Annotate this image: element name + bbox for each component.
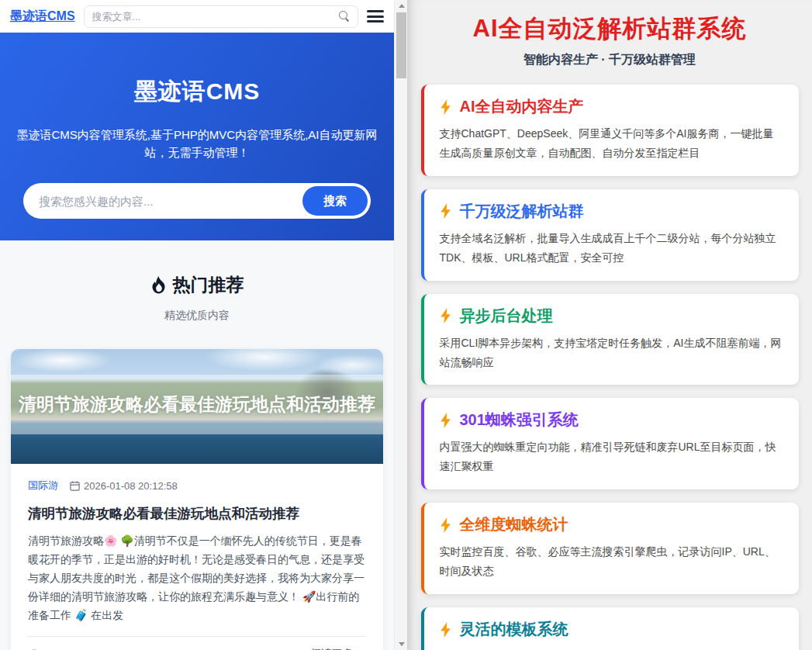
hero-section: 墨迹语CMS 墨迹语CMS内容管理系统,基于PHP的MVC内容管理系统,AI自动… [0,33,394,240]
article-title[interactable]: 清明节旅游攻略必看最佳游玩地点和活动推荐 [28,504,366,523]
feature-card-ai-content: AI全自动内容生产 支持ChatGPT、DeepSeek、阿里通义千问等多个AI… [421,85,799,176]
hero-subtitle: 墨迹语CMS内容管理系统,基于PHP的MVC内容管理系统,AI自动更新网站，无需… [0,126,394,161]
lightning-icon [440,517,451,533]
feature-description: 内置强大的蜘蛛重定向功能，精准引导死链和废弃URL至目标页面，快速汇聚权重 [440,437,783,476]
feature-title: 千万级泛解析站群 [460,201,584,222]
article-excerpt: 清明节旅游攻略🌸 🌳清明节不仅是一个缅怀先人的传统节日，更是春暖花开的季节，正是… [28,531,366,624]
article-cover-image[interactable]: 清明节旅游攻略必看最佳游玩地点和活动推荐 [11,349,383,464]
header-search-input[interactable] [92,11,339,22]
feature-description: 实时监控百度、谷歌、必应等主流搜索引擎爬虫，记录访问IP、URL、时间及状态 [440,542,783,581]
hero-search-input[interactable] [23,195,302,208]
lightning-icon [440,99,451,115]
read-more-link[interactable]: 阅读更多 → [311,647,366,650]
article-category-link[interactable]: 国际游 [28,479,58,493]
lightning-icon [440,622,451,638]
hot-section-header: 热门推荐 精选优质内容 [0,240,394,323]
article-date-row: 2026-01-08 20:12:58 [70,480,178,492]
feature-card-async: 异步后台处理 采用CLI脚本异步架构，支持宝塔定时任务触发，AI生成不阻塞前端，… [421,294,799,386]
article-date: 2026-01-08 20:12:58 [84,480,178,492]
feature-title: 301蜘蛛强引系统 [460,410,579,430]
feature-title: 灵活的模板系统 [460,619,568,640]
feature-card-templates: 灵活的模板系统 基于纯HTML+自定义标签系统，支持多套主题切换，为不同分站指定… [421,607,799,650]
feature-description: 采用CLI脚本异步架构，支持宝塔定时任务触发，AI生成不阻塞前端，网站流畅响应 [440,334,783,372]
calendar-icon [70,481,80,491]
promo-title: AI全自动泛解析站群系统 [407,12,812,45]
site-preview-panel: 墨迹语CMS 墨迹语CMS 墨迹语CMS内容管理系统,基于PHP的MVC内容管理… [0,0,394,650]
feature-title: 全维度蜘蛛统计 [460,514,568,535]
hero-search-box: 搜索 [23,183,371,219]
flame-icon [150,276,167,294]
header-search-box [84,5,358,28]
divider [28,636,366,637]
feature-title: AI全自动内容生产 [460,96,584,117]
hot-title-row: 热门推荐 [150,273,244,297]
hot-title: 热门推荐 [173,273,244,297]
site-logo[interactable]: 墨迹语CMS [10,9,75,25]
search-icon[interactable] [339,11,350,22]
article-body: 国际游 2026-01-08 20:12:58 清明节旅游攻略必看最佳游玩地点和… [11,464,383,650]
scroll-down-arrow[interactable] [395,638,408,650]
article-image-caption-band: 清明节旅游攻略必看最佳游玩地点和活动推荐 [11,375,383,434]
feature-description: 基于纯HTML+自定义标签系统，支持多套主题切换，为不同分站指定不同模板 [440,647,783,650]
article-meta: 国际游 2026-01-08 20:12:58 [28,479,366,493]
site-header: 墨迹语CMS [0,0,394,33]
hero-title: 墨迹语CMS [0,76,394,108]
article-card[interactable]: 清明节旅游攻略必看最佳游玩地点和活动推荐 国际游 2026-01-08 20:1… [11,349,383,650]
hero-search-button[interactable]: 搜索 [302,186,368,216]
feature-card-spider-stats: 全维度蜘蛛统计 实时监控百度、谷歌、必应等主流搜索引擎爬虫，记录访问IP、URL… [421,503,799,594]
article-image-caption: 清明节旅游攻略必看最佳游玩地点和活动推荐 [19,392,375,417]
feature-description: 支持全域名泛解析，批量导入生成成百上千个二级分站，每个分站独立TDK、模板、UR… [440,229,783,268]
promo-subtitle: 智能内容生产 · 千万级站群管理 [407,52,812,68]
scroll-up-arrow[interactable] [395,0,408,12]
lightning-icon [440,308,451,323]
article-footer: 4 阅读更多 → [28,647,366,650]
feature-card-pan-resolution: 千万级泛解析站群 支持全域名泛解析，批量导入生成成百上千个二级分站，每个分站独立… [421,189,799,281]
scrollbar[interactable] [394,0,407,650]
menu-icon[interactable] [367,10,384,22]
feature-card-301-spider: 301蜘蛛强引系统 内置强大的蜘蛛重定向功能，精准引导死链和废弃URL至目标页面… [421,398,799,489]
hot-subtitle: 精选优质内容 [0,309,394,323]
feature-title: 异步后台处理 [460,306,553,327]
promo-panel: AI全自动泛解析站群系统 智能内容生产 · 千万级站群管理 AI全自动内容生产 … [407,0,812,650]
scrollbar-thumb[interactable] [396,12,406,78]
lightning-icon [440,413,451,428]
feature-description: 支持ChatGPT、DeepSeek、阿里通义千问等多个AI服务商，一键批量生成… [440,124,783,163]
lightning-icon [440,203,451,219]
